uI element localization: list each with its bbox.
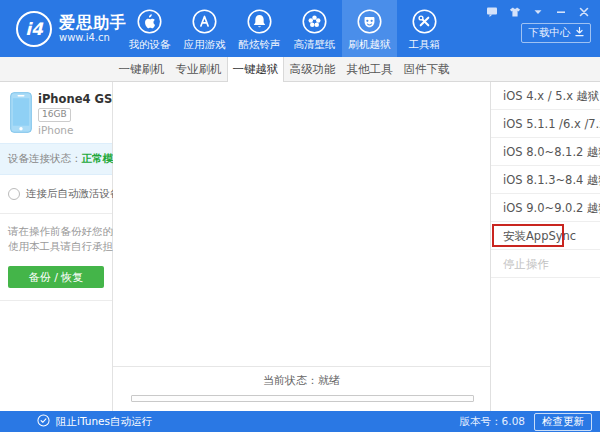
nav-item-flash-jailbreak[interactable]: 刷机越狱 [342, 0, 397, 57]
device-info-card: iPhone4 GSM 16GB iPhone [0, 82, 112, 143]
toolbox-icon [411, 8, 438, 35]
current-status: 当前状态：就绪 [113, 373, 490, 388]
download-center-button[interactable]: 下载中心 [521, 23, 591, 43]
window-controls [485, 6, 590, 18]
jailbreak-ios8.0-8.1.2[interactable]: iOS 8.0~8.1.2 越狱 [491, 138, 600, 166]
main-empty-area [113, 82, 490, 366]
auto-activate-radio[interactable] [8, 188, 20, 200]
app-window: i4 爱思助手 www.i4.cn 我的设备 应用游戏 [0, 0, 600, 432]
nav-label: 应用游戏 [184, 38, 226, 52]
status-block: 当前状态：就绪 [113, 366, 490, 411]
theme-icon[interactable] [508, 6, 521, 18]
nav-label: 工具箱 [409, 38, 441, 52]
tab-firmware-download[interactable]: 固件下载 [398, 57, 455, 81]
main-nav: 我的设备 应用游戏 酷炫铃声 高清壁纸 [122, 0, 452, 57]
version-text: 版本号：6.08 [460, 415, 525, 429]
footer-bar: 阻止iTunes自动运行 版本号：6.08 检查更新 [0, 411, 600, 432]
jailbreak-ios4-5[interactable]: iOS 4.x / 5.x 越狱 [491, 82, 600, 110]
main-panel: 当前状态：就绪 [113, 82, 490, 411]
check-circle-icon [37, 414, 50, 430]
content: iPhone4 GSM 16GB iPhone 设备连接状态：正常模式 连接后自… [0, 82, 600, 411]
nav-label: 高清壁纸 [294, 38, 336, 52]
logo-icon: i4 [16, 11, 52, 47]
check-update-button[interactable]: 检查更新 [534, 413, 592, 431]
appstore-icon [191, 8, 218, 35]
tab-bar: 一键刷机 专业刷机 一键越狱 高级功能 其他工具 固件下载 [0, 57, 600, 82]
download-center-label: 下载中心 [529, 26, 571, 40]
jailbreak-icon [356, 8, 383, 35]
connection-status: 设备连接状态：正常模式 [0, 143, 112, 175]
device-name: iPhone4 GSM [38, 92, 124, 106]
nav-item-my-device[interactable]: 我的设备 [122, 0, 177, 57]
sidebar-empty-area [0, 300, 112, 411]
version-label: 版本号： [460, 415, 502, 427]
download-icon [575, 27, 584, 39]
warning-line-2: 使用本工具请自行承担风险 [8, 239, 104, 254]
header: i4 爱思助手 www.i4.cn 我的设备 应用游戏 [0, 0, 600, 57]
wallpaper-icon [301, 8, 328, 35]
connection-status-label: 设备连接状态： [8, 152, 82, 166]
app-logo: i4 爱思助手 www.i4.cn [0, 0, 118, 57]
jailbreak-ios9.0-9.0.2[interactable]: iOS 9.0~9.0.2 越狱 [491, 194, 600, 222]
device-capacity-badge: 16GB [38, 108, 71, 121]
dropdown-arrow-icon[interactable] [531, 6, 544, 18]
nav-label: 我的设备 [129, 38, 171, 52]
backup-warning-text: 请在操作前备份好您的数据 使用本工具请自行承担风险 [0, 214, 112, 260]
minimize-icon[interactable] [554, 6, 567, 18]
nav-item-toolbox[interactable]: 工具箱 [397, 0, 452, 57]
apple-icon [136, 8, 163, 35]
tab-one-click-flash[interactable]: 一键刷机 [113, 57, 170, 81]
install-appsync[interactable]: 安装AppSync [491, 222, 600, 250]
tab-pro-flash[interactable]: 专业刷机 [170, 57, 227, 81]
tab-other-tools[interactable]: 其他工具 [341, 57, 398, 81]
auto-activate-option[interactable]: 连接后自动激活设备 [0, 175, 112, 214]
jailbreak-actions-panel: iOS 4.x / 5.x 越狱 iOS 5.1.1 /6.x /7.x越狱 i… [490, 82, 600, 411]
device-model: iPhone [38, 124, 124, 137]
current-status-label: 当前状态： [263, 374, 318, 387]
block-itunes-toggle[interactable]: 阻止iTunes自动运行 [0, 414, 152, 430]
message-icon[interactable] [485, 6, 498, 18]
auto-activate-label: 连接后自动激活设备 [26, 187, 121, 201]
block-itunes-label: 阻止iTunes自动运行 [56, 415, 152, 429]
version-value: 6.08 [502, 415, 525, 427]
app-title: 爱思助手 [59, 14, 127, 32]
nav-item-apps-games[interactable]: 应用游戏 [177, 0, 232, 57]
app-url: www.i4.cn [59, 32, 127, 43]
install-appsync-label: 安装AppSync [503, 229, 576, 243]
nav-item-wallpapers[interactable]: 高清壁纸 [287, 0, 342, 57]
jailbreak-ios5-6-7[interactable]: iOS 5.1.1 /6.x /7.x越狱 [491, 110, 600, 138]
nav-label: 刷机越狱 [349, 38, 391, 52]
bell-icon [246, 8, 273, 35]
device-sidebar: iPhone4 GSM 16GB iPhone 设备连接状态：正常模式 连接后自… [0, 82, 113, 411]
jailbreak-ios8.1.3-8.4[interactable]: iOS 8.1.3~8.4 越狱 [491, 166, 600, 194]
progress-bar [131, 395, 474, 402]
warning-line-1: 请在操作前备份好您的数据 [8, 224, 104, 239]
iphone-icon [10, 92, 32, 133]
backup-restore-button[interactable]: 备份 / 恢复 [8, 266, 104, 288]
nav-item-ringtones[interactable]: 酷炫铃声 [232, 0, 287, 57]
stop-operation[interactable]: 停止操作 [491, 250, 600, 278]
tab-one-click-jailbreak[interactable]: 一键越狱 [227, 57, 284, 83]
current-status-value: 就绪 [318, 374, 340, 387]
close-icon[interactable] [577, 6, 590, 18]
tab-advanced[interactable]: 高级功能 [284, 57, 341, 81]
nav-label: 酷炫铃声 [239, 38, 281, 52]
